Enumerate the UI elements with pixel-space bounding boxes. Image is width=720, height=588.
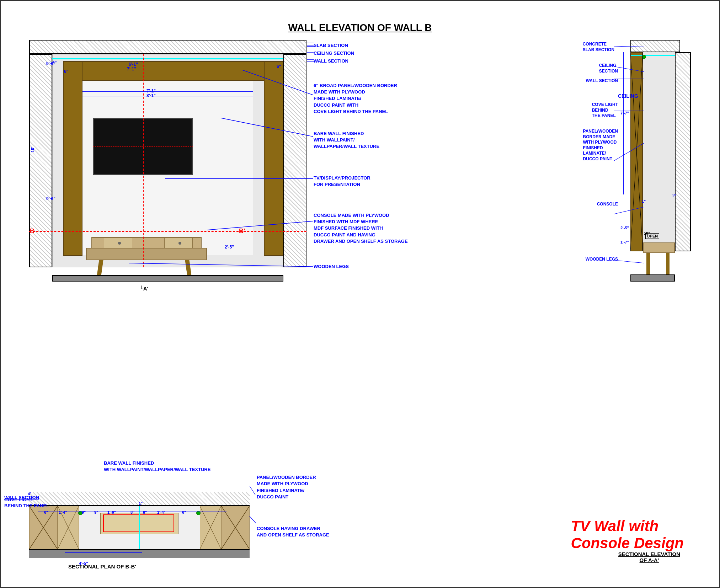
concrete-slab-text: CONCRETE SLAB SECTION [583,42,614,52]
dim-1-4b-plan: 1'-4" [157,510,166,514]
wall-right [283,54,306,267]
plan-cove-light-label: COVE LIGHT BEHIND THE PANEL [4,497,49,509]
wooden-border-top [63,61,273,81]
plan-title-text: SECTIONAL PLAN OF B-B' [68,563,136,570]
dim-1-6-plan: 1'-6" [107,510,116,514]
dim-7-1a: 7'-1" [127,66,136,71]
dim-9-6a: 9'-6" [46,61,55,66]
dim-9-6b: 9'-6" [46,196,55,201]
tv-note-text: TV/DISPLAY/PROJECTOR FOR PRESENTATION [314,175,370,187]
sec-dim-7-7: 7'-7" [620,111,629,115]
ceiling-line [52,58,283,59]
dim-6-1: 6'-1" [129,62,138,67]
a-prime-label: └A' [139,285,148,292]
floor [52,275,283,282]
bottom-plan: 4'-5" 1" 4' [29,492,250,558]
svg-line-30 [250,516,256,523]
sec-label-wooden-legs: WOODEN LEGS [586,257,618,262]
label-tv-note: TV/DISPLAY/PROJECTOR FOR PRESENTATION [314,175,370,188]
dim-8b-plan: 8" [143,510,147,514]
dim-9a-plan: 9" [82,510,86,514]
design-title: TV Wall with Console Design [571,518,684,552]
dim-6b: 6" [64,69,68,74]
knob-left [118,242,121,245]
plan-wall-bottom [29,549,250,558]
dim-10-line [40,54,40,267]
dim-8a-plan: 8" [130,510,134,514]
cove-light-text: COVE LIGHT BEHIND THE PANEL [592,102,618,118]
dim-7-1b-line [82,91,253,92]
dim-6a-plan: 6" [44,510,48,514]
section-line-bb [29,231,306,232]
plan-dim-top-line [38,512,226,512]
wooden-border-right [264,61,283,256]
ceiling-section-text: CEILING SECTION [599,63,618,74]
plan-panel-label: PANEL/WOODEN BORDER MADE WITH PLYWOOD FI… [257,474,316,500]
label-wooden-legs: WOODEN LEGS [314,264,349,269]
dim-7-1b: 7'-1" [146,89,156,93]
sec-console [643,242,675,253]
sec-wall-right [675,52,691,251]
plan-cyan-line [139,506,140,549]
svg-line-29 [250,486,255,495]
plan-console-label: CONSOLE HAVING DRAWER AND OPEN SHELF AS … [257,525,329,538]
plan-console-text: CONSOLE HAVING DRAWER AND OPEN SHELF AS … [257,526,329,538]
sec-label-ceiling: CEILING SECTION [599,63,618,74]
knob-right [178,242,181,245]
dim-6-1-line [63,65,273,65]
plan-dim-line [65,552,142,553]
dim-2-5: 2'-5" [225,245,234,250]
sec-title-text: SECTIONAL ELEVATION OF A-A' [618,551,680,563]
sec-x-pattern [630,52,643,251]
dim-6c: 6" [277,64,281,69]
dim-7-1a-line [63,69,273,69]
main-title: WALL ELEVATION OF WALL B [288,22,432,33]
sec-label-concrete: CONCRETE SLAB SECTION [583,42,614,53]
sec-inner-area [643,52,675,251]
plan-panel-text: PANEL/WOODEN BORDER MADE WITH PLYWOOD FI… [257,475,316,499]
ann-line-wall [307,61,314,62]
dim-9b-plan: 9" [94,510,98,514]
label-wall-section: WALL SECTION [314,58,348,64]
dim-8-1-line [82,96,253,96]
dim-10: 10' [30,147,35,153]
console-note-text: CONSOLE MADE WITH PLYWOOD FINISHED WITH … [314,213,408,244]
slab-top [29,40,306,54]
sec-label-cove: COVE LIGHT BEHIND THE PANEL [592,102,618,119]
sec-leg-right [666,253,670,274]
wall-elevation: B B' └A' 6'-1" 7'-1" 7'-1" 8'-1" 6" 6" 6… [29,40,306,282]
sec-label-panel-wooden: PANEL/WOODEN BORDER MADE WITH PLYWOOD FI… [583,129,618,162]
ceiling-label: CEILING [618,93,638,99]
b-prime-label: B' [239,228,245,235]
sec-floor [630,274,675,282]
plan-panel-left [29,506,58,549]
design-title-line2: Console Design [571,535,684,552]
panel-note-text: 6" BROAD PANEL/WOODEN BORDER MADE WITH P… [314,83,397,114]
sec-elevation-title: SECTIONAL ELEVATION OF A-A' [618,551,680,563]
label-panel-note: 6" BROAD PANEL/WOODEN BORDER MADE WITH P… [314,82,397,115]
sec-dim-1in: 1" [642,199,646,203]
dim-1-4a-plan: 1'-4" [59,510,67,514]
dim-6b-plan: 6" [182,510,186,514]
sec-leg-left [646,253,650,274]
section-line-aa [143,54,144,267]
plan-panel-right [221,506,250,549]
wall-section-text: WALL SECTION [586,78,618,83]
plan-sm-right [200,506,221,549]
page: WALL ELEVATION OF WALL B [0,0,720,588]
label-slab-section: SLAB SECTION [314,43,348,48]
plan-bare-wall-text: BARE WALL FINISHED WITH WALLPAINT/WALLPA… [104,460,210,472]
sec-dim-10in: 10" [644,231,650,235]
sectional-elevation: OPEN 7'-7" 2'-5" 1'-7" 1" 10" 1" [620,40,691,282]
sec-dim-2-5: 2'-5" [620,226,629,230]
label-console-note: CONSOLE MADE WITH PLYWOOD FINISHED WITH … [314,212,408,245]
sec-dim-1-7: 1'-7" [620,240,629,244]
sec-slab-top [630,40,680,52]
plan-cove-text: COVE LIGHT BEHIND THE PANEL [4,497,49,508]
b-label: B [30,228,34,235]
ann-line-ceiling [307,54,314,54]
dim-8-1: 8'-1" [146,93,156,98]
plan-dim-1in: 1" [139,501,143,506]
label-ceiling-section: CEILING SECTION [314,50,354,56]
bare-wall-text: BARE WALL FINISHED WITH WALLPAINT/ WALLP… [314,131,379,149]
